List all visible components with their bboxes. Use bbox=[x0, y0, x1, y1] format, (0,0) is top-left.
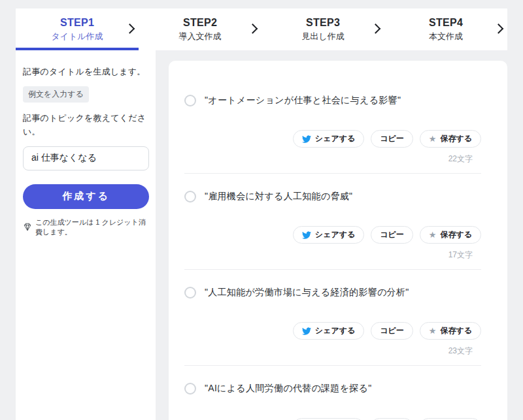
result-item-1: "オートメーションが仕事と社会に与える影響" シェアする コピー ★ 保存する … bbox=[169, 78, 507, 174]
twitter-icon bbox=[302, 231, 311, 240]
stepper: STEP1 タイトル作成 STEP2 導入文作成 STEP3 見出し作成 STE… bbox=[16, 8, 507, 50]
generate-button[interactable]: 作成する bbox=[23, 184, 149, 209]
chevron-right-icon bbox=[248, 24, 258, 34]
save-button-label: 保存する bbox=[440, 325, 472, 336]
char-count: 17文字 bbox=[184, 250, 481, 261]
share-button[interactable]: シェアする bbox=[293, 322, 364, 340]
radio-button[interactable] bbox=[184, 287, 196, 299]
copy-button-label: コピー bbox=[380, 133, 404, 144]
star-icon: ★ bbox=[429, 231, 437, 239]
step-number-label: STEP4 bbox=[429, 17, 463, 29]
step-subtitle: 本文作成 bbox=[429, 31, 463, 42]
chevron-right-icon bbox=[371, 24, 381, 34]
step-number-label: STEP3 bbox=[301, 17, 344, 29]
share-button-label: シェアする bbox=[315, 229, 355, 240]
radio-button[interactable] bbox=[184, 383, 196, 395]
results-panel: "オートメーションが仕事と社会に与える影響" シェアする コピー ★ 保存する … bbox=[169, 61, 507, 420]
save-button[interactable]: ★ 保存する bbox=[420, 130, 481, 148]
save-button-label: 保存する bbox=[440, 133, 472, 144]
result-title: "人工知能が労働市場に与える経済的影響の分析" bbox=[205, 287, 409, 299]
step-subtitle: 導入文作成 bbox=[179, 31, 222, 42]
credit-note: この生成ツールは 1 クレジット消費します。 bbox=[23, 218, 149, 237]
star-icon: ★ bbox=[429, 135, 437, 143]
copy-button-label: コピー bbox=[380, 229, 404, 240]
char-count: 23文字 bbox=[184, 346, 481, 357]
stepper-step-3[interactable]: STEP3 見出し作成 bbox=[262, 8, 384, 50]
result-item-4: "AIによる人間労働の代替の課題を探る" シェアする コピー ★ 保存する bbox=[169, 366, 507, 420]
gem-icon bbox=[23, 223, 32, 231]
step-number-label: STEP2 bbox=[179, 17, 222, 29]
chevron-right-icon bbox=[125, 24, 135, 34]
share-button[interactable]: シェアする bbox=[293, 130, 364, 148]
step-number-label: STEP1 bbox=[51, 17, 103, 29]
result-title: "オートメーションが仕事と社会に与える影響" bbox=[205, 95, 401, 106]
copy-button-label: コピー bbox=[380, 325, 404, 336]
share-button-label: シェアする bbox=[315, 133, 355, 144]
char-count: 22文字 bbox=[184, 153, 481, 165]
stepper-step-1[interactable]: STEP1 タイトル作成 bbox=[16, 8, 139, 50]
tool-description: 記事のタイトルを生成します。 bbox=[23, 66, 149, 78]
result-item-3: "人工知能が労働市場に与える経済的影響の分析" シェアする コピー ★ 保存する… bbox=[169, 270, 507, 366]
twitter-icon bbox=[302, 135, 311, 144]
result-item-2: "雇用機会に対する人工知能の脅威" シェアする コピー ★ 保存する 17文字 bbox=[169, 174, 507, 270]
save-button[interactable]: ★ 保存する bbox=[420, 322, 481, 340]
share-button-label: シェアする bbox=[315, 325, 355, 336]
result-title: "雇用機会に対する人工知能の脅威" bbox=[205, 191, 352, 202]
copy-button[interactable]: コピー bbox=[371, 322, 413, 340]
stepper-step-2[interactable]: STEP2 導入文作成 bbox=[139, 8, 262, 50]
radio-button[interactable] bbox=[184, 191, 196, 202]
copy-button[interactable]: コピー bbox=[371, 130, 413, 148]
topic-label: 記事のトピックを教えてください。 bbox=[23, 112, 149, 139]
star-icon: ★ bbox=[429, 327, 437, 335]
stepper-step-4[interactable]: STEP4 本文作成 bbox=[384, 8, 507, 50]
chevron-right-icon bbox=[494, 24, 504, 34]
step-subtitle: 見出し作成 bbox=[301, 31, 344, 42]
step-subtitle: タイトル作成 bbox=[51, 31, 103, 42]
save-button-label: 保存する bbox=[440, 229, 472, 240]
twitter-icon bbox=[302, 327, 311, 336]
credit-note-text: この生成ツールは 1 クレジット消費します。 bbox=[35, 218, 149, 237]
example-input-badge[interactable]: 例文を入力する bbox=[23, 86, 89, 103]
sidebar-panel: 記事のタイトルを生成します。 例文を入力する 記事のトピックを教えてください。 … bbox=[16, 50, 156, 420]
topic-input[interactable] bbox=[23, 146, 149, 170]
save-button[interactable]: ★ 保存する bbox=[420, 226, 481, 244]
result-title: "AIによる人間労働の代替の課題を探る" bbox=[205, 383, 371, 395]
copy-button[interactable]: コピー bbox=[371, 226, 413, 244]
radio-button[interactable] bbox=[184, 95, 196, 106]
share-button[interactable]: シェアする bbox=[293, 226, 364, 244]
